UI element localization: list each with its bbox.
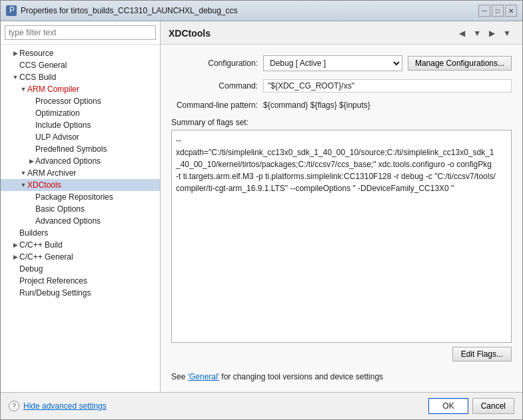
nav-forward-button[interactable]: ▶ xyxy=(486,27,498,40)
tree-arrow: ▶ xyxy=(11,50,19,57)
tree-arrow: ▶ xyxy=(11,254,19,260)
tree-item-builders[interactable]: Builders xyxy=(1,227,160,239)
tree-arrow: ▼ xyxy=(11,74,19,81)
tree-item-include-options[interactable]: Include Options xyxy=(1,119,160,131)
command-row: Command: "${XDC_CG_ROOT}/xs" xyxy=(171,79,512,93)
svg-text:P: P xyxy=(9,7,15,15)
right-content: Configuration: Debug [ Active ] Manage C… xyxy=(161,45,522,392)
tree-item-optimization[interactable]: Optimization xyxy=(1,107,160,119)
filter-input[interactable] xyxy=(5,25,156,40)
filter-box xyxy=(1,21,160,45)
command-label: Command: xyxy=(171,81,258,91)
help-icon[interactable]: ? xyxy=(9,401,19,411)
bottom-bar: ? Hide advanced settings OK Cancel xyxy=(1,392,522,419)
tree-arrow: ▼ xyxy=(19,170,27,176)
nav-forward-dropdown[interactable]: ▼ xyxy=(500,27,514,40)
tree-item-processor-options[interactable]: Processor Options xyxy=(1,95,160,107)
dialog-title: Properties for tirtos_builds_CC1310_LAUN… xyxy=(21,6,238,15)
close-button[interactable]: ✕ xyxy=(505,5,517,17)
general-link[interactable]: 'General' xyxy=(188,372,219,381)
tree-item-arm-archiver[interactable]: ▼ ARM Archiver xyxy=(1,167,160,179)
tree-item-predefined-symbols[interactable]: Predefined Symbols xyxy=(1,143,160,155)
tree-item-ccs-general[interactable]: CCS General xyxy=(1,59,160,71)
summary-box[interactable]: -- xdcpath="C:/ti/simplelink_cc13x0_sdk_… xyxy=(171,130,512,343)
tree-item-xdctools[interactable]: ▼ XDCtools xyxy=(1,179,160,191)
edit-flags-row: Edit Flags... xyxy=(171,347,512,361)
tree-label: ARM Archiver xyxy=(27,168,76,178)
tree-label: C/C++ Build xyxy=(19,240,63,250)
tree-arrow: ▼ xyxy=(19,182,27,188)
edit-flags-button[interactable]: Edit Flags... xyxy=(452,347,512,361)
summary-section: Summary of flags set: -- xdcpath="C:/ti/… xyxy=(171,118,512,361)
config-label: Configuration: xyxy=(171,59,258,68)
left-panel: ▶ Resource CCS General ▼ CCS Build ▼ ARM… xyxy=(1,21,161,392)
tree-label: Builders xyxy=(19,228,48,238)
right-nav: ◀ ▼ ▶ ▼ xyxy=(456,27,514,40)
summary-content: -- xdcpath="C:/ti/simplelink_cc13x0_sdk_… xyxy=(176,134,507,194)
tree-arrow: ▶ xyxy=(27,158,35,164)
tree-item-advanced-options-xdc[interactable]: Advanced Options xyxy=(1,215,160,227)
tree-item-package-repositories[interactable]: Package Repositories xyxy=(1,191,160,203)
cancel-button[interactable]: Cancel xyxy=(472,398,514,414)
tree-label: CCS Build xyxy=(19,73,56,82)
tree-item-basic-options[interactable]: Basic Options xyxy=(1,203,160,215)
tree-item-arm-compiler[interactable]: ▼ ARM Compiler xyxy=(1,83,160,95)
tree-arrow: ▼ xyxy=(19,86,27,93)
tree: ▶ Resource CCS General ▼ CCS Build ▼ ARM… xyxy=(1,45,160,392)
properties-dialog: P Properties for tirtos_builds_CC1310_LA… xyxy=(0,0,523,420)
minimize-button[interactable]: ─ xyxy=(478,5,490,17)
summary-label: Summary of flags set: xyxy=(171,118,512,127)
ok-button[interactable]: OK xyxy=(428,398,468,414)
command-value: "${XDC_CG_ROOT}/xs" xyxy=(263,79,512,93)
nav-back-dropdown[interactable]: ▼ xyxy=(470,27,484,40)
tree-item-ccs-build[interactable]: ▼ CCS Build xyxy=(1,71,160,83)
configuration-row: Configuration: Debug [ Active ] Manage C… xyxy=(171,55,512,71)
cmdline-label: Command-line pattern: xyxy=(171,101,258,110)
tree-item-run-debug-settings[interactable]: Run/Debug Settings xyxy=(1,287,160,299)
right-header: XDCtools ◀ ▼ ▶ ▼ xyxy=(161,21,522,45)
tree-label: Basic Options xyxy=(35,204,85,214)
tree-label: C/C++ General xyxy=(19,252,73,262)
tree-label: Debug xyxy=(19,264,43,274)
tree-label: Resource xyxy=(19,49,53,58)
footer-text-after: for changing tool versions and device se… xyxy=(219,372,383,381)
tree-label: Advanced Options xyxy=(35,156,101,166)
tree-label: ULP Advisor xyxy=(35,132,79,142)
cmdline-row: Command-line pattern: ${command} ${flags… xyxy=(171,101,512,110)
tree-label: Run/Debug Settings xyxy=(19,288,91,298)
title-bar-left: P Properties for tirtos_builds_CC1310_LA… xyxy=(6,5,238,16)
dialog-icon: P xyxy=(6,5,17,16)
tree-item-resource[interactable]: ▶ Resource xyxy=(1,47,160,59)
hide-advanced-link[interactable]: Hide advanced settings xyxy=(23,401,107,411)
tree-label: Optimization xyxy=(35,108,80,118)
bottom-right: OK Cancel xyxy=(428,398,514,414)
tree-label: Advanced Options xyxy=(35,216,101,226)
right-panel: XDCtools ◀ ▼ ▶ ▼ Configuration: Debug [ … xyxy=(161,21,522,392)
cmdline-value: ${command} ${flags} ${inputs} xyxy=(263,101,370,110)
tree-label: Include Options xyxy=(35,120,91,130)
footer-link: See 'General' for changing tool versions… xyxy=(171,372,512,381)
tree-label: Package Repositories xyxy=(35,192,113,202)
nav-back-button[interactable]: ◀ xyxy=(456,27,468,40)
tree-item-ulp-advisor[interactable]: ULP Advisor xyxy=(1,131,160,143)
tree-label: XDCtools xyxy=(27,180,61,190)
footer-text-before: See xyxy=(171,372,188,381)
tree-label: CCS General xyxy=(19,61,67,70)
tree-label: Project References xyxy=(19,276,87,286)
tree-item-cpp-build[interactable]: ▶ C/C++ Build xyxy=(1,239,160,251)
config-select[interactable]: Debug [ Active ] xyxy=(263,55,402,71)
tree-item-project-references[interactable]: Project References xyxy=(1,275,160,287)
tree-arrow: ▶ xyxy=(11,242,19,248)
title-bar: P Properties for tirtos_builds_CC1310_LA… xyxy=(1,1,522,21)
tree-label: ARM Compiler xyxy=(27,85,79,94)
manage-configurations-button[interactable]: Manage Configurations... xyxy=(408,56,512,71)
panel-title: XDCtools xyxy=(169,28,211,39)
tree-label: Predefined Symbols xyxy=(35,144,107,154)
main-content: ▶ Resource CCS General ▼ CCS Build ▼ ARM… xyxy=(1,21,522,392)
maximize-button[interactable]: □ xyxy=(492,5,504,17)
tree-item-advanced-options-arm[interactable]: ▶ Advanced Options xyxy=(1,155,160,167)
bottom-left: ? Hide advanced settings xyxy=(9,401,107,411)
tree-label: Processor Options xyxy=(35,97,101,106)
tree-item-cpp-general[interactable]: ▶ C/C++ General xyxy=(1,251,160,263)
tree-item-debug[interactable]: Debug xyxy=(1,263,160,275)
